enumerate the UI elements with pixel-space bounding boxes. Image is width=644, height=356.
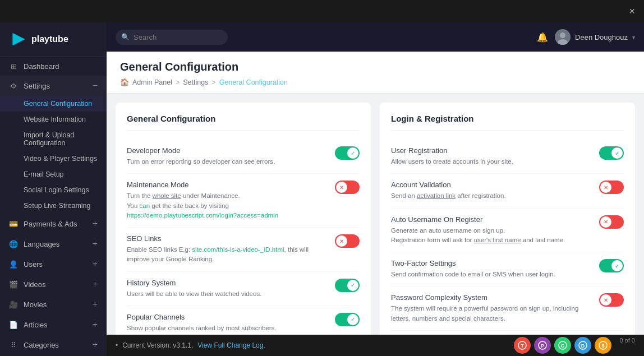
breadcrumb-settings[interactable]: Settings — [183, 78, 208, 86]
config-item-remember-device: Remember This Device Remember this devic… — [391, 331, 624, 335]
users-plus-icon: + — [93, 259, 98, 269]
close-icon[interactable]: × — [629, 6, 635, 17]
page-info: 0 of 0 — [619, 337, 635, 354]
popular-channels-toggle-knob: ✓ — [347, 314, 358, 325]
user-registration-toggle[interactable]: ✓ — [599, 146, 624, 160]
sidebar-item-dashboard[interactable]: ⊞ Dashboard — [0, 57, 107, 76]
search-wrapper: 🔍 — [116, 30, 228, 45]
sidebar-item-articles[interactable]: 📄 Articles + — [0, 315, 107, 335]
seo-links-text: SEO Links Enable SEO links E.g: site.com… — [127, 234, 326, 265]
developer-mode-toggle-knob: ✓ — [347, 147, 358, 159]
sidebar-item-import-upload[interactable]: Import & Upload Configuration — [0, 127, 107, 151]
sidebar-item-languages[interactable]: 🌐 Languages + — [0, 234, 107, 254]
payments-label: Payments & Ads — [24, 220, 77, 228]
bottom-icon-1[interactable]: T — [514, 337, 531, 354]
password-complexity-toggle-knob: ✕ — [600, 294, 611, 306]
languages-label: Languages — [24, 240, 59, 248]
breadcrumb-current: General Configuration — [219, 78, 288, 86]
password-complexity-toggle[interactable]: ✕ — [599, 293, 624, 307]
history-system-label: History System — [127, 279, 326, 287]
config-item-history-system: History System Users will be able to vie… — [127, 272, 360, 306]
sidebar-item-website-information[interactable]: Website Information — [0, 112, 107, 127]
account-validation-label: Account Validation — [391, 181, 590, 189]
config-item-popular-channels: Popular Channels Show popular channels r… — [127, 306, 360, 335]
bottom-icon-4[interactable]: D — [574, 337, 591, 354]
sidebar-item-social-login[interactable]: Social Login Settings — [0, 182, 107, 198]
svg-text:T: T — [521, 343, 525, 349]
user-registration-label: User Registration — [391, 146, 590, 155]
developer-mode-text: Developer Mode Turn on error reporting s… — [127, 146, 326, 167]
breadcrumb-home[interactable]: Admin Panel — [132, 78, 172, 86]
config-item-password-complexity: Password Complexity System The system wi… — [391, 286, 624, 331]
maintenance-mode-toggle[interactable]: ✕ — [335, 181, 360, 194]
sidebar-item-categories[interactable]: ⠿ Categories + — [0, 335, 107, 355]
developer-mode-label: Developer Mode — [127, 146, 326, 155]
seo-links-toggle-knob: ✕ — [336, 235, 347, 247]
sidebar-item-movies[interactable]: 🎥 Movies + — [0, 294, 107, 315]
user-menu-chevron-icon: ▾ — [632, 34, 635, 40]
sidebar-item-video-player[interactable]: Video & Player Settings — [0, 151, 107, 167]
logo-icon — [9, 30, 27, 48]
search-input[interactable] — [116, 30, 228, 45]
bottom-icon-5[interactable]: $ — [595, 337, 611, 354]
notification-bell-icon[interactable]: 🔔 — [537, 32, 548, 43]
maintenance-mode-desc: Turn the whole site under Maintenance. Y… — [127, 191, 326, 220]
sidebar-item-email-setup[interactable]: E-mail Setup — [0, 167, 107, 182]
version-bullet: • — [116, 341, 118, 349]
user-menu[interactable]: Deen Doughouz ▾ — [555, 29, 635, 45]
changelog-link[interactable]: View Full Change Log. — [197, 341, 265, 349]
seo-links-toggle[interactable]: ✕ — [335, 234, 360, 248]
sidebar-item-videos[interactable]: 🎬 Videos + — [0, 274, 107, 294]
page-title: General Configuration — [120, 61, 631, 73]
dashboard-icon: ⊞ — [9, 62, 18, 71]
two-factor-toggle-knob: ✓ — [611, 260, 623, 271]
svg-marker-0 — [12, 33, 25, 45]
top-bar: × — [0, 0, 644, 22]
svg-text:D: D — [581, 343, 585, 349]
developer-mode-toggle[interactable]: ✓ — [335, 146, 360, 160]
svg-text:P: P — [541, 343, 544, 349]
login-registration-card: Login & Registration User Registration A… — [380, 103, 635, 335]
bottom-icon-5-svg: $ — [599, 341, 608, 350]
sidebar-item-payments-ads[interactable]: 💳 Payments & Ads + — [0, 214, 107, 234]
top-nav-right: 🔔 Deen Doughouz ▾ — [537, 29, 635, 45]
movies-plus-icon: + — [93, 299, 98, 309]
auto-username-desc: Generate an auto username on sign up. Re… — [391, 226, 590, 246]
videos-label: Videos — [24, 280, 46, 289]
app-wrapper: playtube ⊞ Dashboard ⚙ Settings − Genera… — [0, 22, 644, 356]
config-item-user-registration: User Registration Allow users to create … — [391, 140, 624, 174]
svg-point-2 — [560, 33, 565, 38]
account-validation-toggle-knob: ✕ — [600, 182, 611, 193]
user-avatar — [555, 29, 571, 45]
two-factor-toggle[interactable]: ✓ — [599, 259, 624, 272]
popular-channels-toggle[interactable]: ✓ — [335, 313, 360, 326]
user-registration-toggle-knob: ✓ — [611, 147, 623, 159]
bottom-icon-2[interactable]: P — [534, 337, 551, 354]
logo-text: playtube — [31, 34, 68, 44]
bottom-icon-3[interactable]: G — [554, 337, 571, 354]
maintenance-mode-label: Maintenance Mode — [127, 181, 326, 189]
users-icon: 👤 — [9, 260, 18, 269]
maintenance-mode-text: Maintenance Mode Turn the whole site und… — [127, 181, 326, 220]
account-validation-toggle[interactable]: ✕ — [599, 181, 624, 194]
config-item-maintenance-mode: Maintenance Mode Turn the whole site und… — [127, 174, 360, 228]
articles-label: Articles — [24, 321, 48, 329]
sidebar-item-live-streaming[interactable]: Setup Live Streaming — [0, 198, 107, 214]
bottom-bar: • Current Version: v3.1.1, View Full Cha… — [107, 335, 644, 356]
history-system-toggle[interactable]: ✓ — [335, 279, 360, 292]
login-registration-card-title: Login & Registration — [391, 114, 624, 131]
auto-username-label: Auto Username On Register — [391, 215, 590, 224]
auto-username-toggle-knob: ✕ — [600, 216, 611, 228]
dashboard-label: Dashboard — [24, 62, 59, 71]
users-label: Users — [24, 260, 43, 269]
breadcrumb-sep1: > — [176, 78, 180, 86]
account-validation-desc: Send an activation link after registrati… — [391, 191, 590, 201]
articles-plus-icon: + — [93, 320, 98, 330]
home-icon: 🏠 — [120, 78, 129, 86]
sidebar-item-general-configuration[interactable]: General Configuration — [0, 96, 107, 112]
sidebar-item-users[interactable]: 👤 Users + — [0, 254, 107, 274]
svg-text:G: G — [561, 343, 565, 349]
auto-username-toggle[interactable]: ✕ — [599, 215, 624, 229]
sidebar-item-settings[interactable]: ⚙ Settings − — [0, 76, 107, 96]
settings-label: Settings — [24, 82, 50, 90]
